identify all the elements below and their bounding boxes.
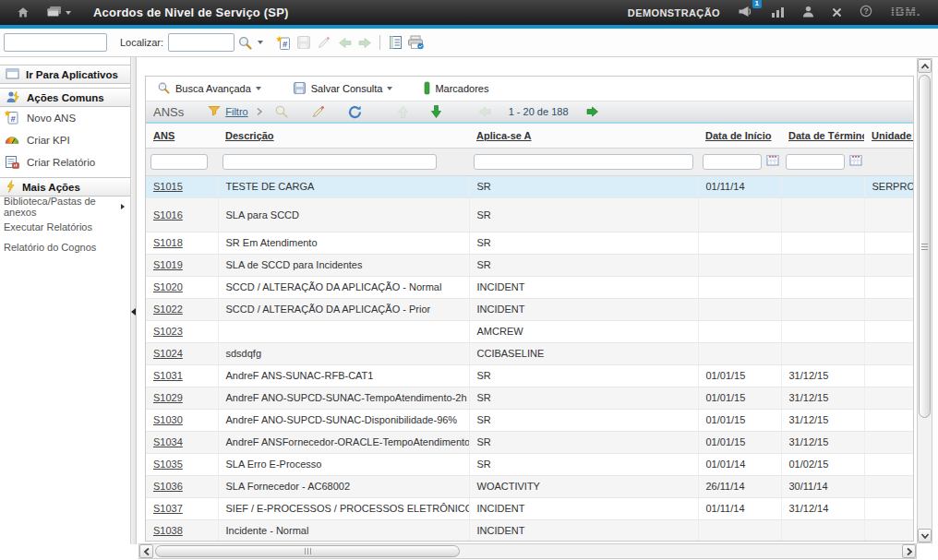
refresh-icon[interactable] bbox=[346, 102, 365, 121]
column-header-unidade[interactable]: Unidade Ges bbox=[864, 124, 913, 148]
previous-page-button[interactable] bbox=[475, 102, 494, 121]
ans-link[interactable]: S1036 bbox=[153, 481, 183, 492]
help-icon[interactable]: ? bbox=[860, 5, 872, 21]
search-icon[interactable] bbox=[234, 32, 255, 53]
ans-link[interactable]: S1038 bbox=[153, 525, 183, 536]
table-row[interactable]: S1038Incidente - NormalINCIDENT bbox=[146, 519, 913, 542]
table-row[interactable]: S1023AMCREW bbox=[146, 320, 913, 342]
home-icon[interactable] bbox=[17, 6, 30, 18]
collapse-sidebar-icon[interactable] bbox=[131, 308, 136, 316]
ans-link[interactable]: S1034 bbox=[153, 436, 183, 447]
screens-menu-button[interactable] bbox=[46, 5, 71, 21]
application-window: Acordos de Nivel de Serviço (SP) DEMONST… bbox=[0, 0, 938, 560]
localizar-label: Localizar: bbox=[120, 37, 163, 48]
window-icon bbox=[6, 68, 19, 81]
table-row[interactable]: S1030AndreF ANO-SUPCD-SUNAC-Disponibilid… bbox=[146, 409, 913, 431]
save-button[interactable] bbox=[294, 32, 314, 53]
download-rows-icon[interactable] bbox=[427, 102, 446, 121]
table-row[interactable]: S1031AndreF ANS-SUNAC-RFB-CAT1SR01/01/15… bbox=[146, 364, 913, 387]
bookmarks-button[interactable]: Marcadores bbox=[424, 81, 488, 97]
caret-down-icon[interactable] bbox=[387, 87, 392, 90]
sidebar-item-novo-ans[interactable]: # Novo ANS bbox=[0, 107, 130, 129]
scroll-up-button[interactable] bbox=[918, 59, 932, 73]
scroll-left-button[interactable] bbox=[139, 544, 153, 558]
sidebar-item-executar-relatorios[interactable]: Executar Relatórios bbox=[0, 217, 130, 237]
sidebar-section-common-actions[interactable]: Ações Comuns bbox=[0, 88, 130, 107]
table-row[interactable]: S1020SCCD / ALTERAÇÃO DA APLICAÇÃO - Nor… bbox=[146, 276, 913, 298]
quick-insert-combobox[interactable] bbox=[4, 33, 107, 52]
scroll-down-button[interactable] bbox=[918, 529, 932, 542]
filter-input-aplica-se-a[interactable] bbox=[474, 154, 693, 170]
column-header-aplica-se-a[interactable]: Aplica-se A bbox=[469, 124, 698, 148]
caret-down-icon[interactable] bbox=[256, 87, 261, 90]
ans-link[interactable]: S1019 bbox=[153, 259, 183, 270]
advanced-search-button[interactable]: Busca Avançada bbox=[157, 81, 261, 97]
next-record-button[interactable] bbox=[355, 32, 375, 53]
table-row[interactable]: S1018SR Em AtendimentoSR bbox=[146, 232, 913, 254]
filter-input-descricao[interactable] bbox=[222, 154, 437, 170]
sidebar-item-relatorio-cognos[interactable]: Relatório do Cognos bbox=[0, 237, 130, 257]
filter-funnel-icon[interactable] bbox=[208, 103, 221, 120]
ans-link[interactable]: S1016 bbox=[153, 209, 183, 220]
table-row[interactable]: S1037SIEF / E-PROCESSOS / PROCESSOS ELET… bbox=[146, 497, 913, 519]
scroll-right-button[interactable] bbox=[902, 544, 916, 558]
table-row[interactable]: S1034AndreF ANSFornecedor-ORACLE-TempoAt… bbox=[146, 431, 913, 453]
filter-toggle-link[interactable]: Filtro bbox=[225, 106, 247, 117]
table-row[interactable]: S1016SLA para SCCDSR bbox=[146, 197, 913, 232]
announcements-button[interactable]: 1 bbox=[738, 5, 753, 21]
save-query-button[interactable]: Salvar Consulta bbox=[293, 81, 393, 97]
clear-changes-button[interactable] bbox=[314, 32, 334, 53]
ans-link[interactable]: S1023 bbox=[153, 326, 183, 337]
ans-link[interactable]: S1031 bbox=[153, 370, 183, 381]
new-record-button[interactable]: # bbox=[273, 32, 294, 53]
ans-link[interactable]: S1024 bbox=[153, 348, 183, 359]
table-row[interactable]: S1029AndreF ANO-SUPCD-SUNAC-TempoAtendim… bbox=[146, 387, 913, 409]
filter-input-data-termino[interactable] bbox=[786, 154, 845, 170]
table-row[interactable]: S1036SLA Fornecedor - AC68002WOACTIVITY2… bbox=[146, 475, 913, 497]
ans-link[interactable]: S1020 bbox=[153, 281, 183, 292]
sidebar-section-more-actions[interactable]: Mais Ações bbox=[0, 177, 130, 197]
horizontal-scrollbar[interactable] bbox=[138, 543, 917, 559]
ans-link[interactable]: S1015 bbox=[153, 181, 183, 192]
vertical-scroll-thumb[interactable] bbox=[919, 75, 931, 418]
sidebar-item-go-to-applications[interactable]: Ir Para Aplicativos bbox=[0, 65, 130, 84]
horizontal-scroll-thumb[interactable] bbox=[155, 545, 460, 557]
reports-button[interactable] bbox=[385, 32, 405, 53]
sidebar-item-criar-relatorio[interactable]: Criar Relatório bbox=[0, 151, 130, 173]
search-options-caret[interactable] bbox=[255, 32, 266, 53]
next-page-button[interactable] bbox=[583, 102, 602, 121]
filter-input-data-inicio[interactable] bbox=[703, 154, 762, 170]
sidebar-item-biblioteca-pastas-anexos[interactable]: Biblioteca/Pastas de anexos bbox=[0, 197, 130, 217]
vertical-scrollbar[interactable] bbox=[917, 58, 932, 543]
calendar-icon[interactable] bbox=[849, 153, 862, 170]
table-search-icon[interactable] bbox=[272, 102, 291, 121]
filter-input-ans[interactable] bbox=[150, 154, 208, 170]
table-row[interactable]: S1022SCCD / ALTERAÇÃO DA APLICAÇÃO - Pri… bbox=[146, 298, 913, 320]
close-icon[interactable] bbox=[832, 5, 842, 21]
previous-record-button[interactable] bbox=[334, 32, 355, 53]
localizar-input[interactable] bbox=[168, 33, 234, 52]
sidebar-item-criar-kpi[interactable]: Criar KPI bbox=[0, 129, 130, 151]
table-row[interactable]: S1035SLA Erro E-ProcessoSR01/01/1401/02/… bbox=[146, 453, 913, 475]
ans-link[interactable]: S1037 bbox=[153, 503, 183, 514]
ans-link[interactable]: S1018 bbox=[153, 237, 183, 248]
column-header-descricao[interactable]: Descrição bbox=[218, 124, 469, 148]
sidebar-splitter[interactable] bbox=[130, 57, 137, 544]
ans-link[interactable]: S1035 bbox=[153, 459, 183, 470]
edit-table-icon[interactable] bbox=[309, 102, 328, 121]
column-header-data-termino[interactable]: Data de Término bbox=[781, 124, 864, 148]
calendar-icon[interactable] bbox=[766, 153, 779, 170]
table-row[interactable]: S1024sdsdqfgCCIBASELINE bbox=[146, 342, 913, 364]
table-row[interactable]: S1019SLA de SCCD para IncidentesSR bbox=[146, 254, 913, 276]
cell-termino bbox=[781, 197, 864, 232]
print-button[interactable] bbox=[405, 32, 426, 53]
column-header-data-inicio[interactable]: Data de Início bbox=[698, 124, 781, 148]
ans-link[interactable]: S1022 bbox=[153, 304, 183, 315]
ans-link[interactable]: S1029 bbox=[153, 392, 183, 403]
ans-link[interactable]: S1030 bbox=[153, 414, 183, 425]
user-profile-icon[interactable] bbox=[802, 5, 814, 21]
table-row[interactable]: S1015TESTE DE CARGASR01/11/14SERPRO bbox=[146, 175, 913, 197]
collapse-rows-icon[interactable] bbox=[394, 102, 413, 121]
column-header-ans[interactable]: ANS bbox=[146, 124, 218, 148]
reports-chart-icon[interactable] bbox=[771, 5, 785, 21]
